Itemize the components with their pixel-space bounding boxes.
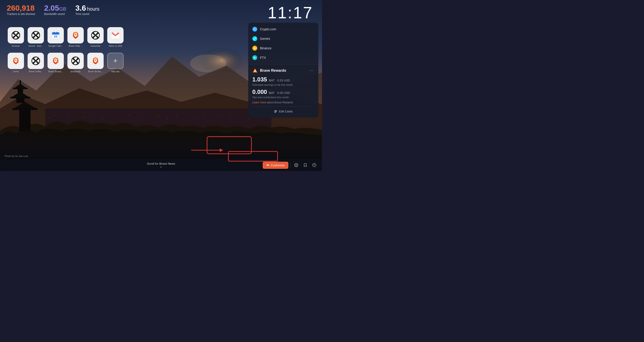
settings-button[interactable] — [292, 161, 300, 169]
site-icon-issues[interactable] — [28, 27, 44, 43]
edit-cards-icon — [274, 110, 277, 113]
site-label-brave-help: Brave Help ... — [69, 45, 82, 47]
site-label-brave-software: Brave Softw... — [29, 70, 43, 73]
photo-credit: Photo by Su San Lee — [4, 155, 28, 157]
edit-cards-label: Edit Cards — [279, 110, 293, 113]
crypto-item-ftx[interactable]: FTX — [248, 53, 318, 62]
separator — [290, 162, 290, 168]
site-brave-browser[interactable]: Brave Brows... — [46, 53, 65, 76]
site-icon-brave-browser[interactable] — [48, 53, 64, 69]
svg-rect-43 — [54, 32, 54, 33]
edit-cards-button[interactable]: Edit Cards — [252, 109, 314, 114]
earnings-row: 1.035 BAT 0.53 USD Estimated earnings so… — [252, 76, 314, 86]
svg-rect-44 — [57, 32, 58, 33]
svg-rect-54 — [274, 112, 276, 112]
site-icon-inbox[interactable]: M — [107, 27, 124, 43]
trackers-label: Trackers & ads blocked — [7, 12, 35, 15]
tips-row: 0.000 BAT 0.00 USD Tips and contribution… — [252, 88, 314, 99]
site-icon-gcal[interactable]: 20 — [48, 27, 64, 43]
svg-point-60 — [268, 165, 269, 166]
site-icon-users[interactable] — [8, 53, 24, 69]
cryptocom-name: Crypto.com — [260, 27, 276, 31]
site-brave-help[interactable]: Brave Help ... — [66, 27, 85, 51]
site-icon-brave-brows2[interactable] — [87, 53, 104, 69]
svg-rect-47 — [254, 57, 256, 58]
site-icon-bat[interactable] — [87, 27, 104, 43]
crypto-list: Crypto.com Gemini Binance — [248, 23, 318, 64]
tips-bat-unit: BAT — [269, 91, 274, 94]
tips-bat-amount: 0.000 — [252, 88, 267, 95]
site-label-brave-brows2: Brave Brows... — [88, 70, 103, 73]
site-brave-brows2[interactable]: Brave Brows... — [86, 53, 104, 76]
rewards-header: Brave Rewards ··· — [252, 68, 314, 73]
site-label-brave-ads: brave/ads — [70, 70, 80, 73]
site-users[interactable]: Users — [7, 53, 25, 76]
rewards-title-row: Brave Rewards — [252, 68, 286, 73]
site-label-bat: brave/bat — [91, 45, 100, 47]
site-issues-brave[interactable]: Issues · brav... — [27, 27, 45, 51]
history-button[interactable] — [310, 161, 318, 169]
scroll-text: Scroll for Brave News — [147, 162, 175, 165]
earning-bat-unit: BAT — [269, 79, 274, 82]
svg-rect-53 — [274, 111, 277, 111]
crypto-item-cryptocom[interactable]: Crypto.com — [248, 24, 318, 34]
svg-rect-49 — [254, 58, 256, 59]
binance-logo — [252, 46, 257, 51]
rewards-title: Brave Rewards — [260, 68, 286, 73]
learn-more-row: Learn more about Brave Rewards — [252, 101, 314, 104]
binance-name: Binance — [260, 46, 272, 50]
stats-bar: 260,918 Trackers & ads blocked 2.05GB Ba… — [7, 4, 99, 15]
bat-icon — [252, 68, 258, 73]
svg-rect-41 — [52, 32, 59, 35]
bottom-bar: Scroll for Brave News ▾ Customize — [0, 159, 322, 171]
customize-button[interactable]: Customize — [263, 162, 288, 169]
site-google-cal[interactable]: 20 Google Cale... — [46, 27, 65, 51]
earning-usd: 0.53 USD — [277, 79, 290, 82]
brave-rewards-card: Brave Rewards ··· 1.035 BAT 0.53 USD Est… — [248, 64, 318, 118]
time-label: Time saved — [75, 12, 99, 15]
site-icon-brave-software[interactable] — [28, 53, 44, 69]
site-icon-brave-help[interactable] — [68, 27, 84, 43]
svg-text:M: M — [114, 33, 116, 36]
ftx-logo — [252, 55, 257, 60]
scroll-for-news: Scroll for Brave News ▾ — [147, 162, 175, 168]
trackers-stat: 260,918 Trackers & ads blocked — [7, 4, 35, 15]
site-brave-ads[interactable]: brave/ads — [66, 53, 85, 76]
crypto-item-binance[interactable]: Binance — [248, 43, 318, 53]
tips-desc: Tips and contributions this month — [252, 96, 314, 99]
learn-more-link[interactable]: Learn more — [252, 101, 266, 104]
site-brave-bat[interactable]: brave/bat — [86, 27, 104, 51]
site-label-add: Add site — [111, 70, 120, 73]
bandwidth-label: Bandwidth saved — [44, 12, 66, 15]
site-icon-add[interactable] — [107, 53, 124, 69]
bandwidth-stat: 2.05GB Bandwidth saved — [44, 4, 66, 15]
time-stat: 3.6hours Time saved — [75, 4, 99, 15]
bookmarks-icon — [303, 163, 307, 167]
site-icon-brave-ads[interactable] — [68, 53, 84, 69]
site-label-brave-browser: Brave Brows... — [48, 70, 63, 73]
site-label-gcal: Google Cale... — [48, 45, 63, 47]
svg-rect-48 — [254, 57, 255, 57]
ftx-name: FTX — [260, 56, 266, 59]
bandwidth-value: 2.05GB — [44, 4, 66, 12]
site-inbox[interactable]: M Inbox (1,140) — [106, 27, 124, 51]
history-icon — [312, 163, 316, 167]
site-icon-browser[interactable] — [8, 27, 24, 43]
site-label-browser: browser — [12, 45, 20, 47]
site-label-users: Users — [13, 70, 19, 73]
site-add[interactable]: Add site — [106, 53, 124, 76]
customize-arrow — [191, 146, 228, 156]
bookmarks-button[interactable] — [301, 161, 309, 169]
earning-bat-amount: 1.035 — [252, 76, 267, 83]
svg-text:20: 20 — [54, 35, 58, 38]
crypto-item-gemini[interactable]: Gemini — [248, 34, 318, 43]
three-dots-button[interactable]: ··· — [308, 68, 314, 73]
gemini-logo — [252, 36, 257, 41]
gemini-name: Gemini — [260, 37, 270, 40]
site-label-issues: Issues · brav... — [28, 45, 43, 47]
svg-marker-59 — [220, 148, 223, 152]
site-browser[interactable]: browser — [7, 27, 25, 51]
customize-icon — [266, 164, 270, 167]
bottom-right-controls: Customize — [263, 161, 318, 169]
site-brave-software[interactable]: Brave Softw... — [27, 53, 45, 76]
